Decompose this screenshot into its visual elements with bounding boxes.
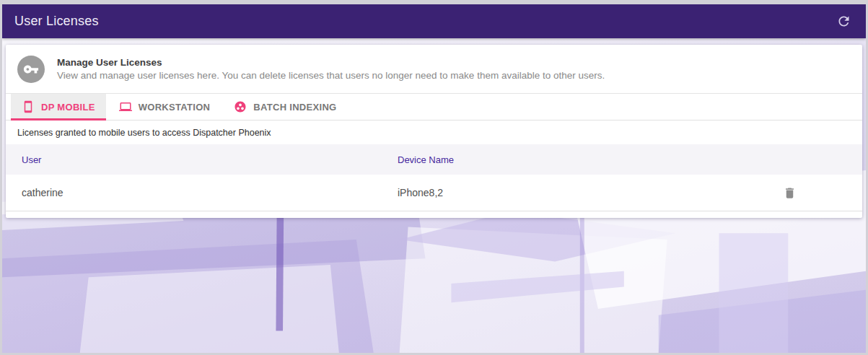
- app-bar: User Licenses: [2, 4, 866, 38]
- intro-title: Manage User Licenses: [57, 57, 605, 68]
- key-icon: [17, 56, 45, 83]
- table-header: User Device Name: [6, 144, 862, 175]
- tab-workstation[interactable]: WORKSTATION: [108, 94, 222, 120]
- user-cell: catherine: [16, 187, 392, 198]
- refresh-icon: [836, 14, 851, 29]
- laptop-icon: [119, 100, 132, 113]
- smartphone-icon: [22, 100, 35, 113]
- user-licenses-card: Manage User Licenses View and manage use…: [6, 45, 862, 218]
- tab-label: BATCH INDEXING: [253, 102, 336, 113]
- tab-dp-mobile[interactable]: DP MOBILE: [11, 94, 106, 120]
- delete-icon: [783, 186, 797, 200]
- delete-license-button[interactable]: [780, 183, 799, 202]
- intro-section: Manage User Licenses View and manage use…: [6, 45, 862, 94]
- tab-batch-indexing[interactable]: BATCH INDEXING: [223, 94, 347, 120]
- tab-label: WORKSTATION: [139, 102, 211, 113]
- window-frame: User Licenses Manage User Licenses View …: [0, 0, 868, 355]
- column-header-user[interactable]: User: [16, 154, 392, 165]
- refresh-button[interactable]: [833, 12, 854, 32]
- table-caption: Licenses granted to mobile users to acce…: [6, 120, 862, 144]
- page-title: User Licenses: [14, 14, 99, 29]
- batch-indexing-icon: [234, 100, 247, 113]
- tab-label: DP MOBILE: [41, 102, 95, 113]
- column-header-device-name[interactable]: Device Name: [392, 154, 862, 165]
- table-row: catherine iPhone8,2: [6, 175, 862, 211]
- intro-text: Manage User Licenses View and manage use…: [57, 57, 605, 81]
- intro-description: View and manage user licenses here. You …: [57, 70, 605, 81]
- license-type-tabs: DP MOBILE WORKSTATION BATCH INDEXING: [6, 94, 862, 120]
